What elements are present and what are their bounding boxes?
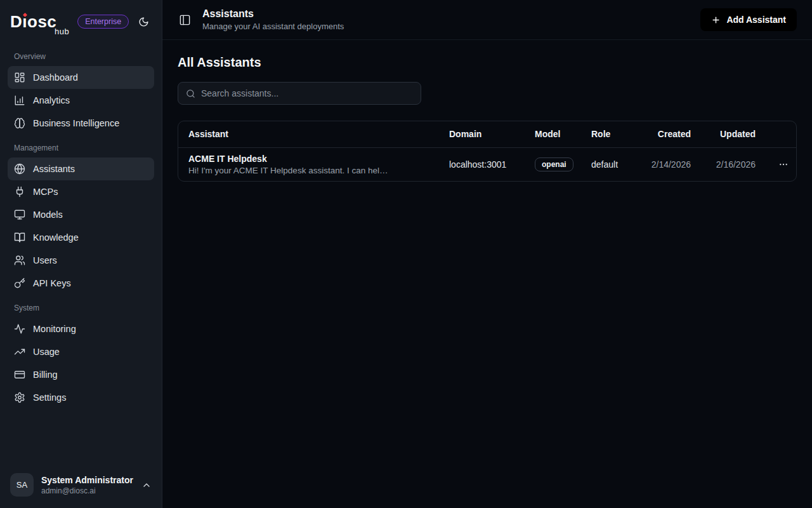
sidebar-item-label: Users [33,255,57,265]
row-actions-button[interactable] [776,157,791,172]
sidebar-item-dashboard[interactable]: Dashboard [8,66,154,89]
key-icon [14,277,25,289]
panel-left-icon [179,14,191,26]
main-area: Assistants Manage your AI assistant depl… [162,0,812,508]
assistants-table: Assistant Domain Model Role Created Upda… [178,121,796,181]
nav-section-system: System Monitoring Usage Billing Settings [8,304,154,409]
sidebar-item-label: MCPs [33,187,58,197]
logo-text-prefix: D [10,12,22,31]
search-input[interactable] [201,88,413,98]
page-subtitle: Manage your AI assistant deployments [202,22,344,31]
plug-icon [14,186,25,197]
col-header-role: Role [581,121,641,147]
enterprise-badge: Enterprise [77,15,129,29]
nav-section-management: Management Assistants MCPs Models Knowle… [8,144,154,295]
user-menu[interactable]: SA System Administrator admin@diosc.ai [0,464,162,508]
sidebar-item-label: Models [33,210,63,220]
page-header: Assistants Manage your AI assistant depl… [162,0,812,40]
section-label: System [8,304,154,312]
assistant-name: ACME IT Helpdesk [188,154,429,164]
sidebar-item-mcps[interactable]: MCPs [8,180,154,203]
add-assistant-label: Add Assistant [726,15,786,25]
avatar: SA [10,473,34,497]
search-icon [186,89,195,98]
sidebar-item-monitoring[interactable]: Monitoring [8,318,154,340]
add-assistant-button[interactable]: Add Assistant [700,8,797,31]
moon-icon [138,17,149,27]
sidebar-item-label: Knowledge [33,232,79,243]
col-header-domain: Domain [439,121,525,147]
more-horizontal-icon [778,159,789,170]
sidebar-toggle-button[interactable] [178,13,192,27]
sidebar-item-models[interactable]: Models [8,203,154,226]
sidebar-item-users[interactable]: Users [8,249,154,272]
logo-sub-text: hub [55,27,69,36]
assistant-created: 2/14/2026 [641,147,701,181]
section-label: Overview [8,52,154,61]
theme-toggle-button[interactable] [136,14,152,30]
search-box [178,82,421,105]
sidebar-item-analytics[interactable]: Analytics [8,89,154,112]
sidebar-item-label: Usage [33,347,60,357]
col-header-model: Model [525,121,581,147]
book-open-icon [14,232,25,243]
sidebar-item-label: Analytics [33,95,70,105]
users-icon [14,255,25,266]
dashboard-icon [14,72,25,83]
page-title: Assistants [202,8,344,20]
sidebar-item-label: Billing [33,370,58,380]
table-header-row: Assistant Domain Model Role Created Upda… [178,121,796,147]
assistants-table-card: Assistant Domain Model Role Created Upda… [178,121,797,182]
sidebar-item-label: Assistants [33,164,75,174]
sidebar-item-label: Dashboard [33,72,78,83]
assistant-updated: 2/16/2026 [701,147,766,181]
chevron-up-icon [141,480,152,490]
app-logo[interactable]: Dıosc hub [10,13,59,30]
col-header-created: Created [641,121,701,147]
sidebar-item-billing[interactable]: Billing [8,363,154,386]
assistant-domain: localhost:3001 [439,147,525,181]
settings-gear-icon [14,392,25,403]
col-header-updated: Updated [701,121,766,147]
sidebar-header: Dıosc hub Enterprise [0,0,162,41]
analytics-icon [14,95,25,106]
sidebar-item-label: Monitoring [33,324,76,334]
sidebar-item-usage[interactable]: Usage [8,340,154,363]
globe-icon [14,163,25,175]
sidebar-item-label: Settings [33,392,66,403]
sidebar-item-settings[interactable]: Settings [8,386,154,409]
sidebar-item-knowledge[interactable]: Knowledge [8,226,154,249]
brain-icon [14,117,25,129]
content: All Assistants Assistant Domain Model Ro… [162,40,812,197]
assistant-description: Hi! I'm your ACME IT Helpdesk assistant.… [188,166,429,175]
assistant-role: default [581,147,641,181]
sidebar-item-business-intelligence[interactable]: Business Intelligence [8,112,154,135]
credit-card-icon [14,369,25,380]
monitor-icon [14,209,25,220]
sidebar-item-assistants[interactable]: Assistants [8,157,154,180]
sidebar-nav: Overview Dashboard Analytics Business In… [0,41,162,464]
col-header-assistant: Assistant [178,121,439,147]
model-badge: openai [535,157,573,171]
section-label: Management [8,144,154,152]
sidebar: Dıosc hub Enterprise Overview Dashboard … [0,0,162,508]
sidebar-item-label: API Keys [33,278,71,288]
sidebar-item-api-keys[interactable]: API Keys [8,272,154,295]
section-heading: All Assistants [178,55,797,70]
user-info: System Administrator admin@diosc.ai [41,475,134,495]
user-name: System Administrator [41,475,134,485]
plus-icon [711,15,721,25]
col-header-actions [766,121,796,147]
logo-text-suffix: ıosc [22,12,56,31]
user-email: admin@diosc.ai [41,486,134,495]
table-row[interactable]: ACME IT Helpdesk Hi! I'm your ACME IT He… [178,147,796,181]
sidebar-item-label: Business Intelligence [33,118,119,128]
page-header-text: Assistants Manage your AI assistant depl… [202,8,344,31]
activity-icon [14,323,25,335]
trending-up-icon [14,346,25,358]
nav-section-overview: Overview Dashboard Analytics Business In… [8,52,154,135]
